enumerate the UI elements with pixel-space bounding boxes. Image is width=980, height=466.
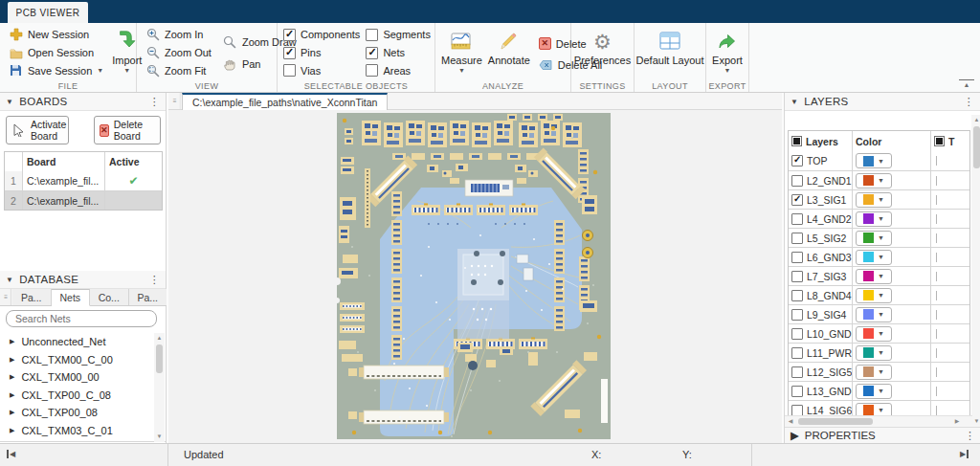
vias-checkbox-row[interactable]: Vias	[283, 61, 360, 79]
nets-scroll-thumb[interactable]	[156, 344, 163, 373]
net-expand-icon[interactable]: ▶	[10, 391, 14, 399]
measure-button[interactable]: Measure ▼	[441, 26, 482, 79]
collapse-right-panel-icon[interactable]: ▶	[960, 450, 969, 458]
annotate-button[interactable]: Annotate	[488, 26, 530, 79]
layers-scroll-down-icon[interactable]: ▼	[971, 416, 980, 427]
layer-visibility-checkbox[interactable]	[791, 252, 803, 263]
layer-row[interactable]: L5_SIG2▼	[789, 228, 969, 247]
tab-pads[interactable]: Pa...	[129, 289, 167, 305]
tab-parts[interactable]: Pa...	[12, 289, 52, 305]
board-row[interactable]: 1C:\example_fil...✔	[5, 171, 162, 190]
layer-color-dropdown[interactable]: ▼	[856, 307, 892, 322]
layers-scroll-left-icon[interactable]: ◀	[785, 416, 796, 427]
nets-scroll-up-icon[interactable]: ▲	[154, 333, 165, 344]
collapse-left-panel-icon[interactable]: ◀	[7, 450, 15, 458]
net-list-item[interactable]: ▶CXL_TXM00_C_00	[0, 351, 167, 369]
new-session-button[interactable]: New Session	[6, 26, 106, 44]
measure-caret[interactable]: ▼	[458, 67, 465, 74]
ribbon-tab-pcb-viewer[interactable]: PCB VIEWER	[8, 2, 88, 23]
delete-board-button[interactable]: ✕ Delete Board	[94, 116, 161, 144]
default-layout-button[interactable]: Default Layout	[636, 26, 704, 79]
properties-expand-icon[interactable]: ▶	[791, 429, 799, 442]
components-checkbox[interactable]	[283, 29, 296, 41]
net-expand-icon[interactable]: ▶	[10, 338, 14, 345]
layer-visibility-checkbox[interactable]	[791, 366, 803, 378]
net-expand-icon[interactable]: ▶	[10, 427, 14, 434]
zoom-fit-button[interactable]: Zoom Fit	[143, 61, 214, 79]
layer-color-dropdown[interactable]: ▼	[856, 365, 892, 380]
activate-board-button[interactable]: Activate Board	[6, 116, 69, 144]
layer-visibility-checkbox[interactable]	[791, 309, 803, 321]
zoom-out-button[interactable]: Zoom Out	[143, 44, 214, 62]
layer-visibility-checkbox[interactable]	[791, 328, 803, 340]
layer-color-dropdown[interactable]: ▼	[856, 384, 892, 399]
layer-visibility-checkbox[interactable]	[791, 194, 803, 206]
document-tab[interactable]: C:\example_file_paths\native_XconnTitan	[182, 93, 388, 110]
areas-checkbox-row[interactable]: Areas	[366, 61, 431, 79]
layers-menu-icon[interactable]: ⋮	[964, 96, 974, 108]
layer-visibility-checkbox[interactable]	[791, 290, 803, 301]
layer-row[interactable]: L8_GND4▼	[789, 285, 969, 304]
layer-row[interactable]: L2_GND1▼	[789, 170, 969, 189]
net-list-item[interactable]: ▶CXL_TXP00_08	[0, 404, 167, 422]
layer-color-dropdown[interactable]: ▼	[856, 192, 892, 208]
net-list-item[interactable]: ▶CXL_TXP00_C_08	[0, 387, 167, 405]
components-checkbox-row[interactable]: Components	[283, 26, 360, 44]
layer-row[interactable]: TOP▼	[789, 151, 969, 170]
pcb-board-image[interactable]	[337, 113, 611, 439]
layer-visibility-checkbox[interactable]	[791, 155, 803, 166]
layers-hscrollbar[interactable]: ◀ ▶	[785, 415, 972, 427]
nets-scroll-down-icon[interactable]: ▼	[154, 432, 165, 442]
net-list-item[interactable]: ▶CXL_TXM00_00	[0, 368, 167, 387]
nets-checkbox-row[interactable]: Nets	[366, 44, 431, 62]
layer-row[interactable]: L13_GND6▼	[789, 381, 969, 400]
layer-row[interactable]: L6_GND3▼	[789, 247, 969, 266]
pcb-canvas[interactable]	[168, 110, 782, 443]
layers-select-all-checkbox[interactable]	[791, 136, 802, 146]
layer-color-dropdown[interactable]: ▼	[856, 231, 892, 246]
search-nets-input[interactable]	[6, 310, 157, 327]
areas-checkbox[interactable]	[366, 64, 378, 77]
layer-row[interactable]: L7_SIG3▼	[789, 266, 969, 285]
layer-row[interactable]: L12_SIG5▼	[789, 362, 969, 381]
layers-hscroll-thumb[interactable]	[798, 418, 873, 425]
layer-visibility-checkbox[interactable]	[791, 175, 803, 187]
layer-color-dropdown[interactable]: ▼	[856, 250, 892, 265]
document-tab-grip-icon[interactable]: ≡	[169, 93, 180, 109]
export-caret[interactable]: ▼	[724, 67, 731, 74]
nets-scrollbar[interactable]: ▲ ▼	[154, 333, 165, 442]
layer-row[interactable]: L3_SIG1▼	[789, 189, 969, 209]
layer-row[interactable]: L9_SIG4▼	[789, 304, 969, 323]
segments-checkbox[interactable]	[366, 29, 378, 41]
properties-menu-icon[interactable]: ⋮	[965, 430, 975, 442]
layer-color-dropdown[interactable]: ▼	[856, 153, 892, 168]
layer-visibility-checkbox[interactable]	[791, 386, 803, 397]
pins-checkbox-row[interactable]: Pins	[283, 44, 360, 62]
net-expand-icon[interactable]: ▶	[10, 409, 14, 416]
export-button[interactable]: Export ▼	[712, 26, 743, 79]
tab-components[interactable]: Co...	[90, 289, 129, 305]
layer-color-dropdown[interactable]: ▼	[856, 288, 892, 303]
layer-visibility-checkbox[interactable]	[791, 347, 803, 359]
vias-checkbox[interactable]	[283, 64, 296, 77]
layer-color-dropdown[interactable]: ▼	[856, 326, 892, 342]
layer-row[interactable]: L10_GND5▼	[789, 323, 969, 343]
ribbon-collapse-button[interactable]: ▲	[959, 79, 974, 88]
layer-visibility-checkbox[interactable]	[791, 271, 803, 282]
boards-menu-icon[interactable]: ⋮	[149, 96, 160, 108]
layer-visibility-checkbox[interactable]	[791, 233, 803, 244]
layers-scroll-up-icon[interactable]: ▲	[971, 115, 980, 125]
save-session-button[interactable]: Save Session ▼	[6, 61, 106, 79]
net-expand-icon[interactable]: ▶	[10, 373, 14, 381]
nets-checkbox[interactable]	[366, 47, 378, 59]
database-collapse-icon[interactable]: ▼	[6, 276, 13, 284]
zoom-in-button[interactable]: Zoom In	[143, 26, 214, 44]
layer-row[interactable]: L4_GND2▼	[789, 209, 969, 228]
save-session-caret[interactable]: ▼	[97, 67, 103, 74]
net-list-item[interactable]: ▶Unconnected_Net	[0, 333, 167, 351]
layer-visibility-checkbox[interactable]	[791, 405, 803, 416]
layers-scroll-right-icon[interactable]: ▶	[951, 416, 963, 427]
layer-color-dropdown[interactable]: ▼	[856, 345, 892, 361]
layer-color-dropdown[interactable]: ▼	[856, 211, 892, 227]
board-row[interactable]: 2C:\example_fil...	[5, 190, 162, 210]
